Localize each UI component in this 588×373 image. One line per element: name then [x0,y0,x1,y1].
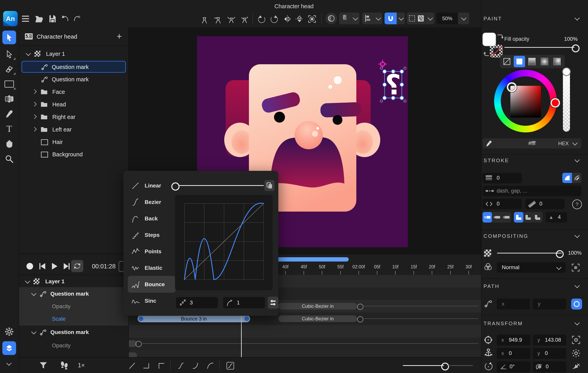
stroke-align-toggle[interactable] [562,173,582,183]
anchor-y-input[interactable]: y 0 [533,348,567,359]
hex-mode[interactable]: HEX [558,140,569,146]
slider-handle[interactable] [441,363,449,371]
easing-item-steps[interactable]: Steps [131,231,159,239]
footsteps-icon[interactable] [60,361,68,370]
select-options-chevron[interactable] [426,12,434,24]
cap-butt-button[interactable] [483,212,492,223]
swap-fill-stroke-icon-2[interactable] [483,51,489,58]
angle-input[interactable]: 0° [497,361,530,372]
curve-editor[interactable] [175,195,273,290]
tool-gradient[interactable] [2,92,16,106]
paint-radial-button[interactable] [539,56,550,67]
paint-linear-button[interactable] [526,56,538,67]
scene-title[interactable]: Character head [37,33,77,40]
zoom-value[interactable]: 50% [437,12,458,24]
compositing-collapse-chevron[interactable] [575,233,580,238]
miter-limit-input[interactable]: ▲ 4 [546,212,567,223]
record-button[interactable] [26,263,33,269]
app-logo[interactable]: An [3,11,18,26]
easing-item-sinc[interactable]: Sinc [131,297,156,305]
tool-rectangle[interactable] [2,77,16,91]
keyframe[interactable] [357,316,363,322]
paint-solid-button[interactable] [514,56,525,67]
hex-mode-chevron[interactable] [572,140,578,145]
rotations-input[interactable]: 0 [533,361,567,372]
stroke-length-input[interactable]: 0 [525,199,565,209]
play-button[interactable] [51,262,58,270]
layer-label[interactable]: Layer 1 [46,51,65,57]
tween-clip-cubic-2[interactable]: Cubic-Bezier in [278,315,357,322]
ease-hold-in-icon[interactable] [157,362,166,370]
path-collapse-chevron[interactable] [575,283,580,288]
position-y-input[interactable]: y 143.08 [533,335,567,346]
chevron-right-icon[interactable] [32,102,37,106]
sv-handle[interactable] [507,82,517,92]
ease-hold-out-icon[interactable] [143,362,151,370]
timecode[interactable]: 00:01:28 [92,263,116,270]
snap-group[interactable] [385,12,405,24]
tween-clip-cubic-1[interactable]: Cubic-Bezier in [278,303,357,310]
layer-row[interactable]: Question mark [19,62,128,73]
bounces-input[interactable]: 3 [176,297,218,308]
layer-row[interactable]: Right ear [19,112,128,123]
transform-header[interactable]: TRANSFORM [483,321,523,327]
paint-none-button[interactable] [501,56,513,67]
keyframe[interactable] [357,304,363,310]
layer-label[interactable]: Question mark [52,76,89,83]
position-x-input[interactable]: x 949.9 [497,335,530,346]
slider-handle[interactable] [572,44,579,52]
dash-offset-input[interactable]: 0 [483,199,522,209]
dash-input[interactable]: dash, gap, ... [483,186,581,196]
clip-handle[interactable] [138,316,143,321]
tool-direct-select[interactable] [2,47,16,61]
tween-clip-bounce[interactable]: Bounce 3 in [137,315,250,322]
tool-pen[interactable] [2,62,16,76]
layer-row[interactable]: Head [19,99,128,110]
path-y-input[interactable]: y [533,299,566,310]
rotate-cw-button[interactable] [270,15,279,23]
hue-handle[interactable] [551,98,560,108]
tool-eyedropper[interactable] [2,107,16,121]
join-bevel-button[interactable] [533,212,542,223]
zoom-control[interactable]: 50% [437,12,469,24]
paint-radial-offset-button[interactable] [551,56,563,67]
ease-in-icon[interactable] [191,362,200,370]
stroke-help-button[interactable]: ? [572,199,582,209]
cap-round-button[interactable] [492,212,501,223]
swap-direction-button[interactable] [268,297,278,309]
loop-button[interactable] [71,260,83,272]
easing-item-bezier[interactable]: Bezier [131,198,161,206]
playback-speed[interactable]: 1× [78,362,85,369]
tool-select[interactable] [2,31,16,44]
easing-item-points[interactable]: Points [131,248,161,256]
redo-button[interactable] [73,15,82,23]
clip-fragment[interactable] [129,352,137,357]
ease-custom-icon[interactable] [226,362,235,370]
track-row-property-selected[interactable]: Scale [19,313,128,325]
timeline-zoom-slider[interactable] [403,362,473,369]
path-x-input[interactable]: x [497,299,530,310]
tool-hand[interactable] [2,137,16,151]
easing-mix-handle[interactable] [171,182,179,191]
easing-item-back[interactable]: Back [131,215,158,223]
flip-horizontal-button[interactable] [283,15,292,23]
chevron-right-icon[interactable] [32,127,37,131]
hex-value[interactable]: #fff [510,140,554,146]
alpha-handle[interactable] [563,68,570,75]
easing-item-elastic[interactable]: Elastic [131,264,162,272]
undo-button[interactable] [60,15,69,23]
eyedropper-icon[interactable] [486,140,492,146]
layer-label[interactable]: Left ear [52,126,72,133]
focus-selection-button[interactable] [308,15,316,23]
snap-toggle-button[interactable] [385,12,397,24]
stroke-align-outside[interactable] [572,173,582,183]
track-row-layer[interactable]: Layer 1 [19,275,128,287]
fill-opacity-slider[interactable] [504,44,578,51]
compositing-header[interactable]: COMPOSITING [483,233,528,239]
layers-mode-button[interactable] [2,341,16,355]
path-follow-button[interactable] [571,299,582,310]
layer-label[interactable]: Face [52,89,65,95]
zoom-chevron[interactable] [458,12,469,24]
swap-fill-stroke-icon[interactable] [497,33,504,40]
stroke-width-input[interactable]: 0 [483,173,522,183]
